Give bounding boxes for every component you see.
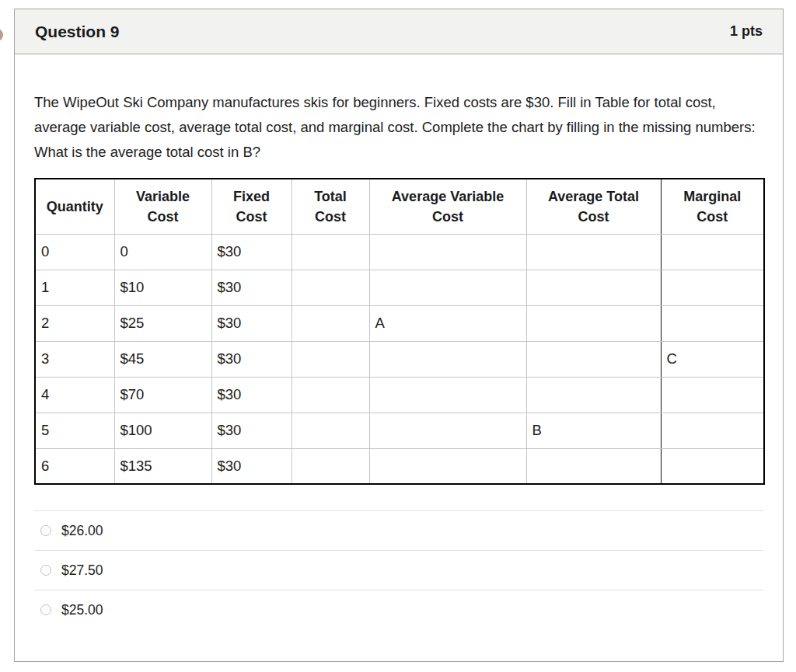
table-cell: 1	[35, 270, 114, 305]
table-cell: $135	[114, 448, 211, 484]
answer-option[interactable]: $27.50	[34, 550, 763, 590]
table-cell	[369, 377, 526, 413]
quiz-page: Question 9 1 pts The WipeOut Ski Company…	[0, 0, 796, 672]
table-cell	[526, 448, 661, 484]
table-cell: $25	[114, 305, 211, 341]
table-cell: $45	[114, 341, 211, 377]
option-label[interactable]: $27.50	[61, 562, 103, 579]
table-row: 5$100$30B	[35, 413, 764, 448]
table-cell	[526, 377, 661, 413]
table-cell: $30	[211, 234, 292, 270]
table-cell	[369, 341, 526, 377]
question-points: 1 pts	[730, 23, 763, 40]
table-cell	[661, 234, 764, 270]
table-cell: $30	[211, 341, 292, 377]
answer-option[interactable]: $26.00	[34, 510, 763, 550]
table-cell: $10	[114, 270, 211, 305]
table-cell	[661, 448, 764, 484]
table-cell	[292, 341, 369, 377]
options-list: $26.00 $27.50 $25.00	[34, 510, 763, 629]
table-cell	[661, 270, 764, 305]
table-row: 6$135$30	[35, 448, 764, 484]
option-label[interactable]: $26.00	[61, 523, 103, 539]
table-cell	[369, 413, 526, 448]
table-cell: $30	[211, 270, 292, 305]
table-cell	[526, 305, 661, 341]
table-cell: B	[526, 413, 661, 448]
table-cell	[526, 270, 661, 305]
table-cell	[292, 377, 369, 413]
table-cell: 4	[35, 377, 114, 413]
table-cell: $30	[211, 413, 292, 448]
table-body: 00$301$10$302$25$30A3$45$30C4$70$305$100…	[35, 234, 764, 484]
table-cell: C	[661, 341, 764, 377]
table-cell: $30	[211, 305, 292, 341]
table-row: 1$10$30	[35, 270, 764, 305]
column-header: Quantity	[35, 179, 114, 234]
table-cell	[526, 341, 661, 377]
table-cell	[369, 270, 526, 305]
table-cell: 3	[35, 341, 114, 377]
table-cell: $100	[114, 413, 211, 448]
table-cell	[292, 234, 369, 270]
table-cell: 0	[114, 234, 211, 270]
table-cell	[292, 305, 369, 341]
question-header: Question 9 1 pts	[15, 9, 783, 54]
question-card: Question 9 1 pts The WipeOut Ski Company…	[14, 9, 784, 662]
table-row: 2$25$30A	[35, 305, 764, 341]
radio-button-icon[interactable]	[40, 525, 51, 536]
column-header: Average VariableCost	[369, 179, 526, 234]
question-title: Question 9	[35, 23, 120, 41]
answer-option[interactable]: $25.00	[34, 590, 763, 629]
table-cell: 6	[35, 448, 114, 484]
table-cell: 0	[35, 234, 114, 270]
table-header-row: QuantityVariableCostFixedCostTotalCostAv…	[35, 179, 764, 234]
table-row: 00$30	[35, 234, 764, 270]
table-cell	[661, 377, 764, 413]
radio-button-icon[interactable]	[40, 604, 51, 615]
question-text: The WipeOut Ski Company manufactures ski…	[34, 90, 763, 165]
cost-table: QuantityVariableCostFixedCostTotalCostAv…	[34, 178, 765, 485]
column-header: Average TotalCost	[526, 179, 661, 234]
question-body: The WipeOut Ski Company manufactures ski…	[15, 90, 783, 629]
table-cell: A	[369, 305, 526, 341]
table-cell: $30	[211, 377, 292, 413]
table-cell: $70	[114, 377, 211, 413]
table-cell	[661, 305, 764, 341]
table-cell: $30	[211, 448, 292, 484]
table-cell	[369, 448, 526, 484]
table-cell	[526, 234, 661, 270]
column-header: TotalCost	[292, 179, 369, 234]
table-cell	[292, 270, 369, 305]
column-header: VariableCost	[114, 179, 211, 234]
option-label[interactable]: $25.00	[61, 602, 103, 618]
table-cell: 5	[35, 413, 114, 448]
table-cell	[369, 234, 526, 270]
table-row: 3$45$30C	[35, 341, 764, 377]
column-header: MarginalCost	[661, 179, 764, 234]
table-row: 4$70$30	[35, 377, 764, 413]
radio-button-icon[interactable]	[40, 565, 51, 576]
table-cell: 2	[35, 305, 114, 341]
question-marker-icon	[0, 29, 3, 41]
table-cell	[292, 413, 369, 448]
table-cell	[661, 413, 764, 448]
table-cell	[292, 448, 369, 484]
column-header: FixedCost	[211, 179, 292, 234]
